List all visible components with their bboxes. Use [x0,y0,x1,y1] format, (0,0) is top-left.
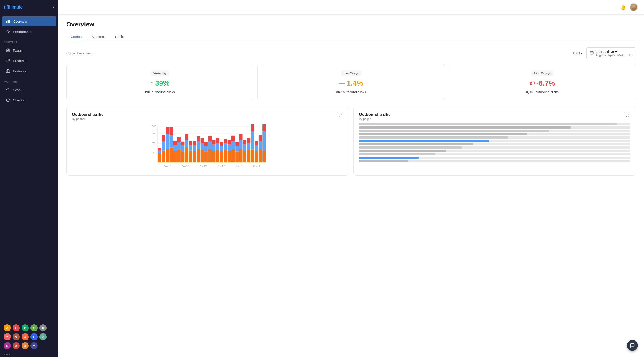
sidebar-item-overview[interactable]: Overview [2,16,56,26]
sidebar-item-partners-label: Partners [13,69,26,73]
stat-value-yesterday: ↑ 39% [150,79,170,87]
svg-rect-48 [185,140,188,148]
svg-rect-47 [185,148,188,162]
sidebar-item-pages-label: Pages [13,49,23,52]
svg-rect-40 [174,141,177,145]
svg-text:Aug 12: Aug 12 [164,165,171,167]
svg-rect-101 [255,151,258,162]
chart-right-expand-button[interactable]: ⛶ [624,112,630,118]
hbar-row [359,133,630,135]
svg-rect-58 [196,136,200,141]
partner-icon-c[interactable]: C [40,324,46,332]
partner-icon-j[interactable]: J [22,342,29,350]
tab-traffic[interactable]: Traffic [110,32,128,41]
date-range-arrow-icon: ▾ [615,49,617,54]
refresh-icon [6,98,10,102]
svg-rect-52 [189,141,192,145]
content-overview-label: Content overview [66,51,92,55]
svg-rect-32 [166,149,169,162]
svg-rect-79 [224,139,227,143]
svg-rect-28 [158,148,161,150]
svg-rect-2 [9,20,10,23]
hbar-row [359,153,630,155]
svg-rect-71 [216,150,219,162]
partner-icon-v[interactable]: V [12,333,20,341]
charts-row: Outbound traffic By partner ⛶ [66,107,636,176]
svg-marker-3 [6,30,10,33]
partner-icon-m[interactable]: M [30,342,38,350]
tag-down-icon: 🏷 [530,80,535,86]
chart-right-header: Outbound traffic By pages ⛶ [359,112,630,121]
tab-content[interactable]: Content [66,32,87,41]
svg-rect-43 [177,137,180,142]
svg-rect-69 [212,144,216,151]
sidebar-collapse-button[interactable]: ‹ [53,5,54,9]
svg-text:180: 180 [152,132,156,135]
partner-icon-r[interactable]: R [4,342,11,350]
svg-rect-54 [193,145,196,151]
svg-rect-100 [251,124,254,132]
hbar-row [359,130,630,132]
stat-badge-30days: Last 30 days [531,70,554,76]
tab-audience[interactable]: Audience [87,32,110,41]
currency-arrow-icon: ▾ [581,51,583,55]
partner-icon-z[interactable]: Z [40,333,46,341]
svg-rect-83 [232,149,235,162]
svg-rect-104 [258,149,262,162]
partner-icon-amazon[interactable]: A [4,324,11,332]
content-section-label: CONTENT [0,37,58,45]
svg-rect-91 [239,134,243,140]
page-title: Overview [66,21,636,28]
svg-rect-95 [247,150,250,162]
stat-value-7days: — 1.4% [339,79,363,87]
svg-rect-66 [208,142,212,149]
svg-rect-65 [208,149,212,162]
hbar-chart-area [359,123,630,162]
partner-icons-grid: A G B S C Y V W F Z R X J M [0,322,58,352]
user-avatar[interactable] [630,3,638,11]
svg-rect-76 [220,142,223,146]
toolbar-row: Content overview USD ▾ Last 30 days ▾ [66,47,636,59]
chart-outbound-by-partner: Outbound traffic By partner ⛶ [66,107,349,176]
sidebar-item-partners[interactable]: Partners [2,66,56,76]
svg-rect-68 [212,151,216,162]
partner-icon-s[interactable]: S [30,324,38,332]
partner-icon-b[interactable]: B [22,324,29,332]
topbar: 🔔 [58,0,644,14]
svg-text:Aug 22: Aug 22 [200,165,207,167]
svg-rect-57 [196,142,200,149]
svg-rect-85 [232,136,235,142]
svg-text:60: 60 [153,151,156,154]
sidebar-item-pages[interactable]: Pages [2,45,56,55]
notifications-bell-icon[interactable]: 🔔 [620,4,626,10]
svg-rect-105 [258,141,262,149]
date-range-filter[interactable]: Last 30 days ▾ Aug 08 - Sep 07, 2020 (CE… [586,47,636,59]
svg-rect-51 [189,145,192,150]
sidebar: affilimate ‹ Overview Performance CONTEN… [0,0,58,357]
partner-icon-w[interactable]: W [22,333,29,341]
svg-rect-55 [193,141,196,145]
chart-outbound-by-pages: Outbound traffic By pages ⛶ [353,107,636,176]
sidebar-item-checks[interactable]: Checks [2,95,56,105]
svg-text:240: 240 [152,125,156,128]
partner-icon-google[interactable]: G [12,324,20,332]
chart-left-titles: Outbound traffic By partner [72,112,104,121]
currency-dropdown[interactable]: USD ▾ [573,51,583,55]
partner-icon-x[interactable]: X [12,342,20,350]
chart-left-expand-button[interactable]: ⛶ [337,112,343,118]
chart-left-subtitle: By partner [72,117,104,121]
lightning-icon [6,29,10,34]
partner-icon-y[interactable]: Y [4,333,11,341]
more-partners-dots[interactable] [0,352,58,357]
hbar-row [359,140,630,142]
chart-right-subtitle: By pages [359,117,390,121]
chat-button[interactable] [627,340,638,351]
sidebar-item-products[interactable]: Products [2,56,56,66]
svg-rect-34 [166,127,169,134]
partner-icon-f[interactable]: F [30,333,38,341]
sidebar-item-scan[interactable]: Scan [2,85,56,95]
sidebar-item-performance[interactable]: Performance [2,27,56,36]
svg-rect-59 [200,150,204,162]
chart-bar-icon [6,19,10,23]
svg-rect-53 [193,151,196,162]
